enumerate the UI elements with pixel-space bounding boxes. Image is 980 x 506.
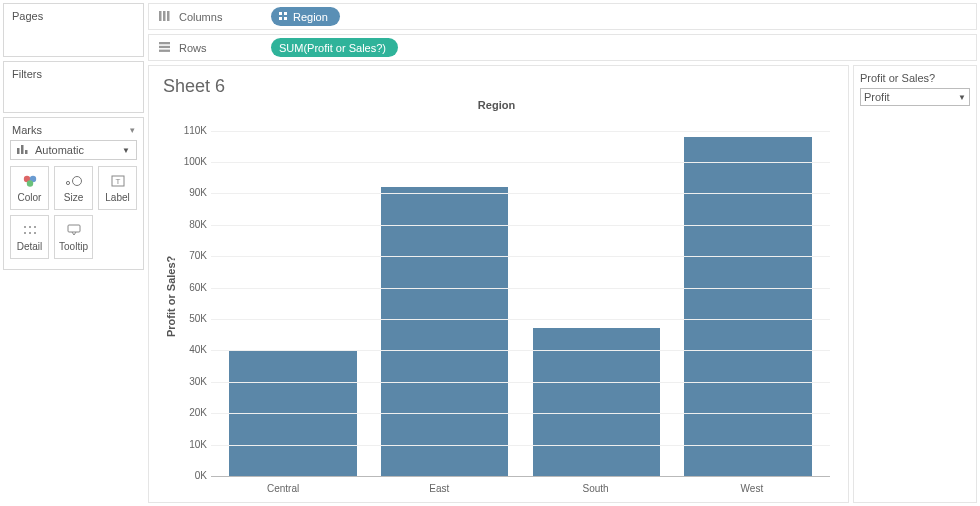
y-axis-label[interactable]: Profit or Sales? [163,115,179,477]
svg-point-10 [24,226,26,228]
svg-rect-2 [25,150,28,154]
svg-point-11 [29,226,31,228]
x-label[interactable]: West [674,477,830,494]
columns-shelf[interactable]: Columns Region [148,3,977,30]
rows-pill-label: SUM(Profit or Sales?) [279,42,386,54]
detail-icon [23,222,37,238]
svg-rect-1 [21,145,24,154]
bar-slot [672,115,824,476]
parameter-dropdown[interactable]: Profit ▼ [860,88,970,106]
y-tick: 110K [184,125,207,136]
gridline [211,350,830,351]
marks-type-dropdown[interactable]: Automatic ▼ [10,140,137,160]
y-tick: 30K [189,376,207,387]
marks-detail-button[interactable]: Detail [10,215,49,259]
color-icon [23,173,37,189]
gridline [211,445,830,446]
bar-slot [521,115,673,476]
gridline [211,319,830,320]
pages-label: Pages [12,10,43,22]
svg-rect-0 [17,148,20,154]
columns-label: Columns [179,11,263,23]
x-label[interactable]: Central [205,477,361,494]
rows-label: Rows [179,42,263,54]
svg-rect-18 [163,11,166,21]
svg-rect-23 [284,17,287,20]
rows-icon [157,42,171,54]
x-label[interactable]: East [361,477,517,494]
label-icon: T [111,173,125,189]
marks-labelbtn-label: Label [105,192,129,203]
svg-rect-25 [159,45,170,47]
marks-size-label: Size [64,192,83,203]
gridline [211,193,830,194]
columns-icon [157,11,171,23]
x-label[interactable]: South [518,477,674,494]
columns-pill-label: Region [293,11,328,23]
sheet-title[interactable]: Sheet 6 [163,76,830,97]
y-tick: 60K [189,282,207,293]
svg-rect-24 [159,42,170,44]
marks-label-button[interactable]: T Label [98,166,137,210]
gridline [211,131,830,132]
columns-pill-region[interactable]: Region [271,7,340,26]
parameter-value: Profit [864,91,890,103]
svg-rect-17 [159,11,162,21]
y-tick: 20K [189,407,207,418]
svg-rect-22 [279,17,282,20]
tooltip-icon [67,222,81,238]
chart-plot-area[interactable] [211,115,830,477]
bar-chart-icon [17,144,29,156]
gridline [211,256,830,257]
y-tick: 80K [189,219,207,230]
marks-label: Marks [12,124,42,136]
marks-tooltip-label: Tooltip [59,241,88,252]
y-tick: 50K [189,313,207,324]
rows-pill-profit[interactable]: SUM(Profit or Sales?) [271,38,398,57]
size-icon [65,173,83,189]
bar-slot [369,115,521,476]
svg-rect-19 [167,11,170,21]
marks-type-value: Automatic [35,144,84,156]
marks-detail-label: Detail [17,241,43,252]
svg-text:T: T [115,177,120,186]
bar-east[interactable] [381,187,508,476]
marks-tooltip-button[interactable]: Tooltip [54,215,93,259]
y-tick: 90K [189,187,207,198]
marks-card: Marks ▾ Automatic ▼ Color [3,117,144,270]
rows-shelf[interactable]: Rows SUM(Profit or Sales?) [148,34,977,61]
svg-point-15 [34,232,36,234]
marks-color-button[interactable]: Color [10,166,49,210]
discrete-icon [279,11,288,23]
y-tick: 0K [195,470,207,481]
svg-rect-20 [279,12,282,15]
svg-point-13 [24,232,26,234]
filters-shelf[interactable]: Filters [3,61,144,113]
chart-column-header: Region [163,99,830,111]
bar-slot [217,115,369,476]
bar-west[interactable] [684,137,811,476]
dropdown-arrow-icon: ▼ [958,93,966,102]
svg-point-6 [66,181,69,184]
gridline [211,162,830,163]
gridline [211,382,830,383]
x-axis-labels: CentralEastSouthWest [205,477,830,494]
svg-point-5 [26,180,32,186]
svg-point-12 [34,226,36,228]
marks-collapse-icon[interactable]: ▾ [130,125,135,135]
pages-shelf[interactable]: Pages [3,3,144,57]
y-tick: 10K [189,439,207,450]
marks-size-button[interactable]: Size [54,166,93,210]
svg-rect-21 [284,12,287,15]
svg-rect-16 [68,225,80,232]
y-tick: 100K [184,156,207,167]
gridline [211,225,830,226]
filters-label: Filters [12,68,42,80]
chart-viz: Sheet 6 Region Profit or Sales? 0K10K20K… [148,65,849,503]
parameter-panel: Profit or Sales? Profit ▼ [853,65,977,503]
svg-point-7 [72,177,81,186]
y-axis-ticks: 0K10K20K30K40K50K60K70K80K90K100K110K [179,115,211,477]
gridline [211,413,830,414]
gridline [211,288,830,289]
y-tick: 70K [189,250,207,261]
